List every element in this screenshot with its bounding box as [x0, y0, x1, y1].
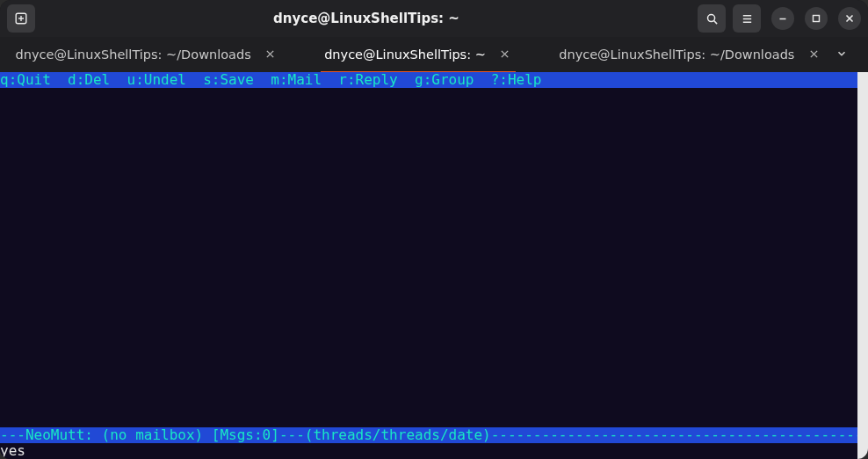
search-icon [705, 12, 719, 26]
neomutt-status-bar: ---NeoMutt: (no mailbox) [Msgs:0]---(thr… [0, 427, 857, 443]
tab-label: dnyce@LinuxShellTips: ~/Downloads [16, 47, 251, 62]
neomutt-help-bar: q:Quit d:Del u:Undel s:Save m:Mail r:Rep… [0, 72, 857, 88]
titlebar: dnyce@LinuxShellTips: ~ [0, 0, 868, 37]
maximize-button[interactable] [805, 7, 828, 30]
tab-0[interactable]: dnyce@LinuxShellTips: ~/Downloads [11, 37, 282, 72]
close-window-button[interactable] [838, 7, 861, 30]
search-button[interactable] [698, 4, 726, 33]
svg-rect-9 [814, 16, 820, 22]
hamburger-icon [741, 12, 754, 26]
close-icon [844, 13, 855, 24]
tab-label: dnyce@LinuxShellTips: ~ [324, 47, 486, 62]
tab-2[interactable]: dnyce@LinuxShellTips: ~/Downloads [554, 37, 826, 72]
close-icon [809, 47, 819, 62]
neomutt-index-pane[interactable] [0, 88, 857, 427]
terminal-area[interactable]: q:Quit d:Del u:Undel s:Save m:Mail r:Rep… [0, 72, 868, 459]
menu-button[interactable] [733, 4, 761, 33]
minimize-button[interactable] [771, 7, 794, 30]
titlebar-right [698, 4, 861, 33]
titlebar-left [7, 4, 35, 33]
chevron-down-icon [835, 47, 848, 63]
tab-1[interactable]: dnyce@LinuxShellTips: ~ [282, 37, 553, 72]
svg-line-4 [713, 20, 717, 24]
terminal-window: dnyce@LinuxShellTips: ~ [0, 0, 868, 459]
minimize-icon [778, 13, 788, 24]
tab-close-button[interactable] [498, 47, 512, 62]
terminal-scrollbar[interactable] [857, 72, 868, 459]
close-icon [265, 47, 275, 62]
close-icon [500, 47, 510, 62]
maximize-icon [811, 13, 821, 24]
tab-close-button[interactable] [807, 47, 821, 62]
svg-point-3 [707, 14, 714, 21]
new-tab-button[interactable] [7, 4, 35, 33]
new-tab-icon [14, 11, 28, 26]
tab-label: dnyce@LinuxShellTips: ~/Downloads [559, 47, 794, 62]
tabbar: dnyce@LinuxShellTips: ~/Downloads dnyce@… [0, 37, 868, 72]
window-title: dnyce@LinuxShellTips: ~ [42, 11, 691, 26]
tabs-dropdown-button[interactable] [826, 37, 857, 72]
neomutt-prompt-line[interactable]: yes [0, 443, 857, 459]
scrollbar-track [859, 88, 866, 427]
tab-close-button[interactable] [264, 47, 278, 62]
